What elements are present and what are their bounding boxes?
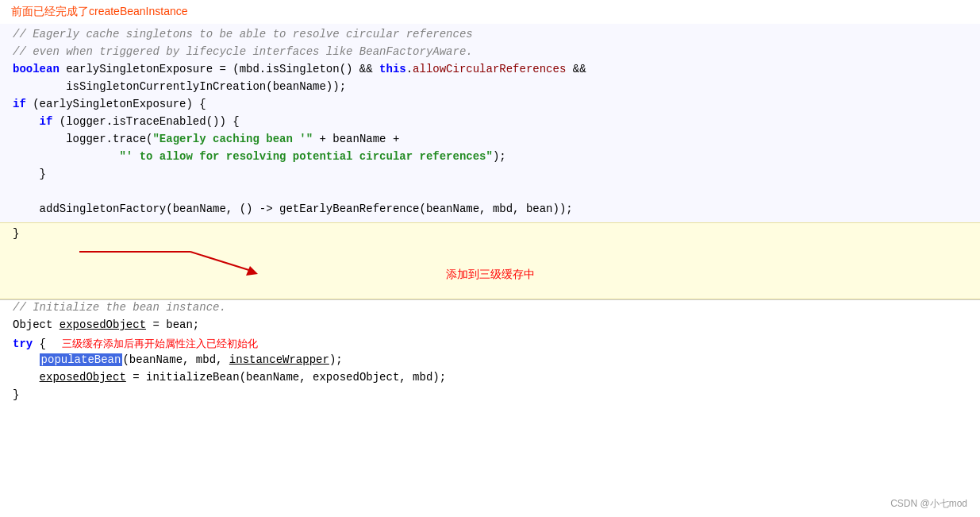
code-line-close-if: }	[0, 226, 980, 244]
str-toallow: "' to allow for resolving potential circ…	[119, 150, 492, 163]
header-annotation: 前面已经完成了createBeanInstance	[0, 0, 980, 24]
header-text: 前面已经完成了createBeanInstance	[11, 5, 188, 17]
kw-if2: if	[40, 115, 53, 128]
code-line-if: if (earlySingletonExposure) {	[0, 97, 980, 114]
populatebean-highlight: populateBean	[40, 353, 123, 366]
code-line-boolean: boolean earlySingletonExposure = (mbd.is…	[0, 62, 980, 79]
code-line-comment1: // Eagerly cache singletons to be able t…	[0, 27, 980, 44]
bottom-code-section: // Initialize the bean instance. Object …	[0, 300, 980, 405]
code-line-comment-init: // Initialize the bean instance.	[0, 300, 980, 318]
page-container: 前面已经完成了createBeanInstance // Eagerly cac…	[0, 0, 980, 517]
kw-this: this	[379, 63, 406, 75]
comment1-text: // Eagerly cache singletons to be able t…	[13, 28, 473, 41]
plain-iscreation: isSingletonCurrentlyInCreation(beanName)…	[13, 80, 346, 93]
highlight-section: } 添加到三级缓存中	[0, 222, 980, 299]
code-line-close-if-logger: }	[0, 167, 980, 184]
code-line-iscreation: isSingletonCurrentlyInCreation(beanName)…	[0, 79, 980, 97]
code-line-trace1: logger.trace("Eagerly caching bean '" + …	[0, 132, 980, 149]
code-line-addsingletonFactory: addSingletonFactory(beanName, () -> getE…	[0, 202, 980, 219]
code-line-object: Object exposedObject = bean;	[0, 318, 980, 335]
code-line-close-try: }	[0, 388, 980, 405]
comment2-text: // even when triggered by lifecycle inte…	[13, 45, 473, 58]
kw-if: if	[13, 98, 26, 110]
highlight-annotation: 添加到三级缓存中	[0, 268, 980, 282]
arrow-area: 添加到三级缓存中	[0, 244, 980, 295]
code-line-blank	[0, 184, 980, 202]
watermark: CSDN @小七mod	[890, 497, 967, 511]
code-line-populatebean: populateBean(beanName, mbd, instanceWrap…	[0, 353, 980, 370]
kw-boolean: boolean	[13, 63, 60, 75]
inline-annotation-try: 三级缓存添加后再开始属性注入已经初始化	[62, 337, 258, 351]
code-line-initializebean: exposedObject = initializeBean(beanName,…	[0, 370, 980, 388]
code-line-if-logger: if (logger.isTraceEnabled()) {	[0, 114, 980, 132]
field-allowcircularreferences: allowCircularReferences	[413, 63, 566, 75]
code-line-trace2: "' to allow for resolving potential circ…	[0, 149, 980, 167]
str-eagerly: "Eagerly caching bean '"	[152, 133, 313, 145]
comment-init-text: // Initialize the bean instance.	[13, 301, 226, 314]
code-line-try: try { 三级缓存添加后再开始属性注入已经初始化	[0, 335, 980, 353]
code-block-top: // Eagerly cache singletons to be able t…	[0, 24, 980, 222]
code-line-comment2: // even when triggered by lifecycle inte…	[0, 44, 980, 62]
kw-try: try	[13, 338, 33, 350]
plain-earlysingletonexposure: earlySingletonExposure = (mbd.isSingleto…	[60, 63, 379, 75]
